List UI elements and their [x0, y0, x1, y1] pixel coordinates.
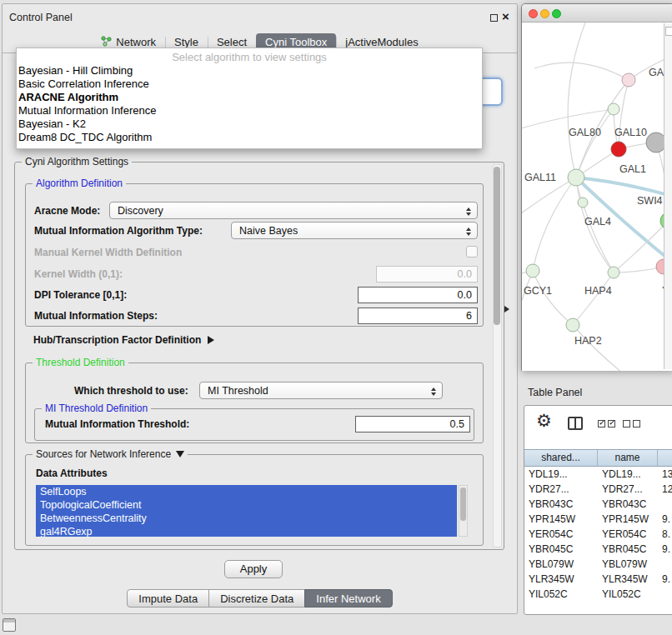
node-gal11[interactable]	[568, 169, 584, 186]
cell-value[interactable]: 13	[658, 467, 672, 482]
cell-value[interactable]	[658, 497, 672, 512]
cyni-settings-title: Cyni Algorithm Settings	[22, 156, 132, 168]
scroll-button[interactable]	[665, 27, 672, 36]
node-gal4[interactable]	[578, 198, 588, 208]
table-row[interactable]: YBR043CYBR043C	[524, 497, 672, 512]
cell-shared-name[interactable]: YPR145W	[524, 512, 598, 527]
attribute-item-topologicalcoefficient[interactable]: TopologicalCoefficient	[36, 498, 457, 512]
table-row[interactable]: YBL079WYBL079W	[524, 557, 672, 572]
mi-steps-field[interactable]: 6	[358, 308, 478, 324]
node-top-pink[interactable]	[622, 73, 635, 87]
cell-name[interactable]: YPR145W	[598, 512, 658, 527]
cell-value[interactable]: 9.	[658, 572, 672, 587]
mi-threshold-field[interactable]: 0.5	[355, 416, 470, 432]
algorithm-option-aracne-algorithm[interactable]: ARACNE Algorithm	[17, 91, 482, 104]
settings-gear-icon[interactable]: ⚙	[536, 411, 552, 431]
column-header-shared[interactable]: shared...	[524, 449, 598, 467]
table-row[interactable]: YER054CYER054C8.	[524, 527, 672, 542]
column-chooser-icon[interactable]	[568, 417, 583, 430]
cell-value[interactable]	[658, 557, 672, 572]
bottom-tab-infer-network[interactable]: Infer Network	[304, 589, 392, 608]
select-all-icon[interactable]	[598, 420, 615, 428]
cell-shared-name[interactable]: YER054C	[524, 527, 598, 542]
control-panel-title: Control Panel	[9, 12, 73, 23]
settings-scrollbar[interactable]	[493, 164, 502, 548]
node-hap4[interactable]	[608, 267, 619, 278]
cell-name[interactable]: YER054C	[598, 527, 658, 542]
cell-shared-name[interactable]: YDL19...	[524, 467, 598, 482]
algorithm-option-dream8-dc-tdc-algorithm[interactable]: Dream8 DC_TDC Algorithm	[17, 131, 482, 144]
cell-name[interactable]: YDL19...	[598, 467, 658, 482]
node-label-gal1: GAL1	[619, 163, 646, 175]
network-scrollbar[interactable]	[664, 23, 672, 369]
network-edge	[533, 271, 573, 325]
node-gal80[interactable]	[608, 103, 619, 115]
scrollbar-thumb[interactable]	[494, 167, 500, 325]
cell-name[interactable]: YIL052C	[598, 587, 658, 602]
cell-name[interactable]: YBR045C	[598, 542, 658, 557]
control-panel: Control Panel × NetworkStyleSelectCyni T…	[2, 3, 518, 614]
algorithm-option-mutual-information-inference[interactable]: Mutual Information Inference	[17, 104, 482, 118]
close-panel-icon[interactable]: ×	[502, 9, 509, 23]
stepper-arrows-icon	[464, 225, 474, 238]
table-row[interactable]: YLR345WYLR345W9.	[524, 572, 672, 587]
table-row[interactable]: YIL052CYIL052C	[524, 587, 672, 602]
node-gcy1[interactable]	[526, 264, 539, 278]
table-row[interactable]: YDL19...YDL19...13	[524, 467, 672, 482]
apply-button[interactable]: Apply	[224, 560, 283, 578]
minimize-window-button[interactable]	[540, 9, 549, 18]
mi-type-select[interactable]: Naive Bayes	[231, 222, 478, 239]
cell-value[interactable]: 9.	[658, 512, 672, 527]
attributes-scrollbar[interactable]	[459, 485, 468, 537]
aracne-mode-select[interactable]: Discovery	[109, 202, 478, 219]
dpi-tolerance-label: DPI Tolerance [0,1]:	[34, 287, 127, 304]
collapsed-panel-icon[interactable]	[3, 618, 16, 632]
column-header-item[interactable]	[658, 449, 672, 467]
cell-shared-name[interactable]: YIL052C	[524, 587, 598, 602]
cell-name[interactable]: YDR27...	[598, 482, 658, 497]
node-hap2[interactable]	[566, 318, 579, 332]
sources-toggle[interactable]: Sources for Network Inference	[33, 448, 188, 460]
dpi-tolerance-field[interactable]: 0.0	[358, 287, 478, 303]
attribute-item-selfloops[interactable]: SelfLoops	[36, 485, 457, 498]
splitter-arrow-icon[interactable]	[504, 306, 509, 312]
algorithm-option-bayesian-k2[interactable]: Bayesian - K2	[17, 118, 482, 131]
attribute-item-betweennesscentrality[interactable]: BetweennessCentrality	[36, 512, 457, 525]
cell-name[interactable]: YBL079W	[598, 557, 658, 572]
algorithm-option-basic-correlation-inference[interactable]: Basic Correlation Inference	[17, 78, 482, 91]
network-edge	[576, 109, 614, 178]
algorithm-option-bayesian-hill-climbing[interactable]: Bayesian - Hill Climbing	[17, 64, 482, 78]
cell-shared-name[interactable]: YBL079W	[524, 557, 598, 572]
deselect-all-icon[interactable]	[623, 420, 640, 428]
float-panel-icon[interactable]	[490, 14, 498, 22]
bottom-tab-impute-data[interactable]: Impute Data	[127, 589, 209, 608]
aracne-mode-value: Discovery	[118, 204, 163, 218]
cell-shared-name[interactable]: YLR345W	[524, 572, 598, 587]
node-gal10[interactable]	[611, 142, 626, 157]
cell-name[interactable]: YLR345W	[598, 572, 658, 587]
close-window-button[interactable]	[529, 9, 538, 18]
cell-value[interactable]: 12	[658, 482, 672, 497]
zoom-window-button[interactable]	[552, 9, 561, 18]
hub-definition-toggle[interactable]: Hub/Transcription Factor Definition	[33, 334, 214, 346]
cell-name[interactable]: YBR043C	[598, 497, 658, 512]
table-row[interactable]: YPR145WYPR145W9.	[524, 512, 672, 527]
cell-value[interactable]: 9.	[658, 542, 672, 557]
table-row[interactable]: YBR045CYBR045C9.	[524, 542, 672, 557]
bottom-tab-discretize-data[interactable]: Discretize Data	[208, 589, 305, 608]
attribute-item-gal4rgexp[interactable]: gal4RGexp	[36, 525, 457, 537]
cell-value[interactable]: 8.	[658, 527, 672, 542]
threshold-definition-title: Threshold Definition	[33, 357, 128, 368]
cell-shared-name[interactable]: YBR045C	[524, 542, 598, 557]
algorithm-definition-title: Algorithm Definition	[33, 178, 126, 189]
algorithm-definition-group: Algorithm Definition Aracne Mode: Discov…	[25, 183, 484, 327]
cell-shared-name[interactable]: YDR27...	[524, 482, 598, 497]
which-threshold-select[interactable]: MI Threshold	[199, 382, 443, 399]
column-header-name[interactable]: name	[598, 449, 658, 467]
network-canvas[interactable]: GAL8GAL80GAL10GAL11GAL1SWI4GAL4GCY1HAP4Y…	[522, 22, 672, 371]
window-titlebar[interactable]	[522, 4, 672, 22]
cell-shared-name[interactable]: YBR043C	[524, 497, 598, 512]
scrollbar-thumb[interactable]	[460, 488, 466, 521]
table-row[interactable]: YDR27...YDR27...12	[524, 482, 672, 497]
cell-value[interactable]	[658, 587, 672, 602]
